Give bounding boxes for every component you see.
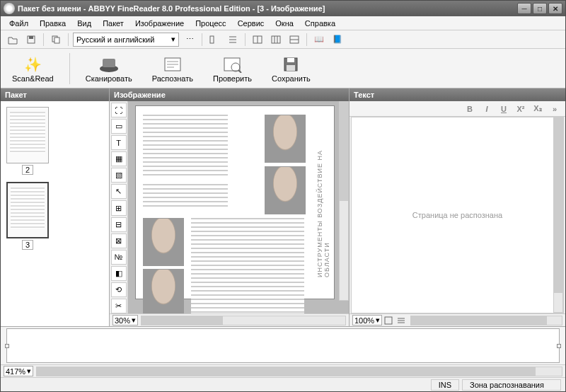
page-thumb[interactable]: 2: [6, 107, 49, 175]
tool-deskew-icon[interactable]: ✂: [111, 299, 127, 313]
minimize-button[interactable]: ─: [517, 3, 531, 14]
language-value: Русский и английский: [76, 35, 154, 44]
image-zoom-selector[interactable]: 30% ▾: [112, 315, 138, 325]
maximize-button[interactable]: □: [533, 3, 547, 14]
view-list-icon[interactable]: [225, 32, 241, 47]
ocr-icon: [161, 54, 184, 74]
text-panel-header: Текст: [350, 88, 565, 101]
svg-rect-7: [272, 36, 280, 43]
tool-text-icon[interactable]: T: [111, 135, 127, 150]
window-title: Пакет без имени - ABBYY FineReader 8.0 P…: [18, 4, 517, 13]
scan-button[interactable]: Сканировать: [81, 53, 137, 84]
tool-add-vert-icon[interactable]: ⊞: [111, 200, 127, 215]
menu-process[interactable]: Процесс: [190, 18, 231, 29]
scrollbar-horizontal[interactable]: [141, 316, 346, 325]
image-zoom-bar: 30% ▾: [110, 313, 349, 326]
image-panel-header: Изображение: [110, 88, 349, 101]
menu-service[interactable]: Сервис: [232, 18, 270, 29]
tool-table-icon[interactable]: ▦: [111, 151, 127, 166]
tool-picture-icon[interactable]: ▧: [111, 168, 127, 183]
wand-icon: ✨: [21, 54, 44, 74]
recognize-button[interactable]: Распознать: [148, 53, 197, 84]
tool-select-icon[interactable]: ▭: [111, 119, 127, 134]
svg-rect-1: [29, 36, 33, 39]
text-zoom-bar: 100% ▾: [350, 313, 565, 326]
svg-rect-3: [54, 38, 59, 43]
scrollbar-horizontal[interactable]: [410, 316, 562, 325]
menu-image[interactable]: Изображение: [129, 18, 190, 29]
svg-rect-13: [103, 59, 115, 67]
separator: [69, 53, 70, 84]
text-placeholder: Страница не распознана: [412, 211, 502, 219]
layout3-icon[interactable]: [287, 32, 302, 47]
italic-icon[interactable]: I: [480, 103, 493, 115]
zoom-view[interactable]: [6, 328, 560, 363]
underline-icon[interactable]: U: [497, 103, 510, 115]
thumb-preview: [6, 107, 49, 163]
scrollbar-vertical[interactable]: [553, 117, 563, 313]
text-format-toolbar: B I U X² X₂ »: [350, 101, 565, 117]
menu-windows[interactable]: Окна: [270, 18, 299, 29]
save-disk-icon: [279, 54, 302, 74]
bold-icon[interactable]: B: [463, 103, 476, 115]
save-icon[interactable]: [23, 32, 39, 47]
tool-renumber-icon[interactable]: №: [111, 250, 127, 265]
document-view[interactable]: ИНСТРУМЕНТЫ ВОЗДЕЙСТВИЕ НА ОБЛАСТИ: [128, 101, 349, 313]
tool-remove-icon[interactable]: ⊠: [111, 234, 127, 248]
layout1-icon[interactable]: [250, 32, 265, 47]
save-button[interactable]: Сохранить: [267, 53, 315, 84]
lang-settings-icon[interactable]: ⋯: [182, 32, 197, 47]
copy-icon[interactable]: [48, 32, 64, 47]
page-thumb[interactable]: 3: [6, 182, 49, 250]
view-thumbs-icon[interactable]: [207, 32, 222, 47]
batch-panel-header: Пакет: [1, 88, 109, 101]
check-icon: [221, 54, 243, 74]
tool-pointer-icon[interactable]: ↖: [111, 184, 127, 199]
menu-file[interactable]: Файл: [4, 18, 34, 29]
app-icon: [4, 3, 15, 14]
menu-view[interactable]: Вид: [71, 18, 97, 29]
view-mode1-icon[interactable]: [382, 315, 395, 325]
titlebar: Пакет без имени - ABBYY FineReader 8.0 P…: [1, 1, 565, 16]
menu-help[interactable]: Справка: [299, 18, 341, 29]
separator: [306, 33, 307, 46]
subscript-icon[interactable]: X₂: [531, 103, 544, 115]
page-image: ИНСТРУМЕНТЫ ВОЗДЕЙСТВИЕ НА ОБЛАСТИ: [135, 105, 335, 299]
bottom-zoom-selector[interactable]: 417% ▾: [4, 366, 33, 376]
svg-rect-19: [287, 58, 294, 62]
scrollbar-vertical[interactable]: [339, 101, 349, 301]
text-view[interactable]: Страница не распознана: [351, 117, 564, 313]
menu-edit[interactable]: Правка: [34, 18, 71, 29]
dictionary-icon[interactable]: 📖: [311, 32, 327, 47]
text-zoom-selector[interactable]: 100% ▾: [352, 315, 382, 325]
help-icon[interactable]: 📘: [330, 32, 345, 47]
status-ins: INS: [431, 379, 459, 391]
tool-crop-icon[interactable]: ⛶: [111, 103, 127, 117]
separator: [68, 33, 69, 46]
resize-handle[interactable]: [557, 344, 561, 348]
more-icon[interactable]: »: [548, 103, 561, 115]
tool-add-horz-icon[interactable]: ⊟: [111, 217, 127, 232]
layout2-icon[interactable]: [268, 32, 284, 47]
chevron-down-icon: ▾: [171, 35, 175, 44]
tool-rotate-icon[interactable]: ⟲: [111, 282, 127, 297]
tool-eraser-icon[interactable]: ◧: [111, 266, 127, 281]
batch-panel: Пакет 2 3: [1, 88, 110, 326]
chevron-down-icon: ▾: [27, 367, 31, 376]
open-icon[interactable]: [5, 32, 21, 47]
text-panel: Текст B I U X² X₂ » Страница не распозна…: [350, 88, 565, 326]
menu-batch[interactable]: Пакет: [97, 18, 129, 29]
language-selector[interactable]: Русский и английский ▾: [73, 33, 179, 47]
view-mode2-icon[interactable]: [395, 315, 408, 325]
status-zone: Зона распознавания: [462, 379, 561, 391]
resize-handle[interactable]: [5, 344, 9, 348]
separator: [202, 33, 202, 46]
menubar: Файл Правка Вид Пакет Изображение Процес…: [1, 16, 565, 30]
superscript-icon[interactable]: X²: [514, 103, 527, 115]
close-button[interactable]: ✕: [548, 3, 562, 14]
svg-line-17: [238, 70, 241, 73]
check-button[interactable]: Проверить: [209, 53, 256, 84]
separator: [43, 33, 44, 46]
scan-read-button[interactable]: ✨ Scan&Read: [8, 53, 58, 84]
scrollbar-horizontal[interactable]: [36, 367, 562, 376]
